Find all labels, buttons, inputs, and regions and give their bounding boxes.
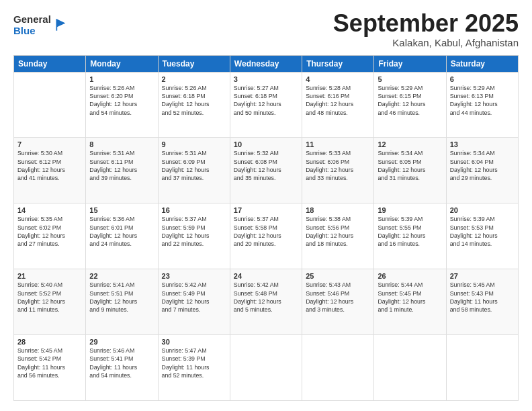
date-number: 28 [17, 338, 82, 346]
date-number: 15 [89, 206, 154, 214]
date-number: 10 [234, 140, 298, 148]
calendar-cell: 19Sunrise: 5:39 AM Sunset: 5:55 PM Dayli… [374, 203, 446, 269]
calendar-cell: 30Sunrise: 5:47 AM Sunset: 5:39 PM Dayli… [158, 335, 230, 401]
calendar-cell [230, 335, 302, 401]
date-number: 18 [306, 206, 370, 214]
week-row-1: 1Sunrise: 5:26 AM Sunset: 6:20 PM Daylig… [14, 72, 519, 138]
calendar-cell [446, 335, 518, 401]
date-number: 22 [89, 272, 154, 280]
calendar-cell: 4Sunrise: 5:28 AM Sunset: 6:16 PM Daylig… [302, 72, 374, 138]
calendar-cell: 6Sunrise: 5:29 AM Sunset: 6:13 PM Daylig… [446, 72, 518, 138]
date-number: 7 [17, 140, 82, 148]
cell-info: Sunrise: 5:31 AM Sunset: 6:11 PM Dayligh… [89, 149, 154, 182]
week-row-3: 14Sunrise: 5:35 AM Sunset: 6:02 PM Dayli… [14, 203, 519, 269]
title-block: September 2025 Kalakan, Kabul, Afghanist… [333, 10, 519, 48]
date-number: 6 [450, 75, 515, 83]
date-number: 5 [378, 75, 442, 83]
date-number: 20 [450, 206, 515, 214]
date-number: 3 [234, 75, 298, 83]
cell-info: Sunrise: 5:36 AM Sunset: 6:01 PM Dayligh… [89, 215, 154, 248]
cell-info: Sunrise: 5:31 AM Sunset: 6:09 PM Dayligh… [162, 149, 226, 182]
date-number: 13 [450, 140, 515, 148]
logo-line1: General [13, 13, 51, 25]
date-number: 27 [450, 272, 515, 280]
calendar-cell [374, 335, 446, 401]
date-number: 1 [89, 75, 154, 83]
calendar-cell: 3Sunrise: 5:27 AM Sunset: 6:18 PM Daylig… [230, 72, 302, 138]
cell-info: Sunrise: 5:46 AM Sunset: 5:41 PM Dayligh… [89, 347, 154, 379]
date-number: 9 [162, 140, 226, 148]
cell-info: Sunrise: 5:42 AM Sunset: 5:48 PM Dayligh… [234, 281, 298, 314]
cell-info: Sunrise: 5:26 AM Sunset: 6:18 PM Dayligh… [162, 84, 226, 117]
calendar-cell [14, 72, 86, 138]
date-number: 16 [162, 206, 226, 214]
calendar-cell: 27Sunrise: 5:45 AM Sunset: 5:43 PM Dayli… [446, 269, 518, 335]
date-number: 11 [306, 140, 370, 148]
date-number: 17 [234, 206, 298, 214]
cell-info: Sunrise: 5:45 AM Sunset: 5:42 PM Dayligh… [17, 347, 82, 379]
calendar-cell: 21Sunrise: 5:40 AM Sunset: 5:52 PM Dayli… [14, 269, 86, 335]
date-number: 8 [89, 140, 154, 148]
logo: General Blue [13, 13, 71, 37]
calendar-cell: 22Sunrise: 5:41 AM Sunset: 5:51 PM Dayli… [86, 269, 158, 335]
cell-info: Sunrise: 5:39 AM Sunset: 5:55 PM Dayligh… [378, 215, 442, 248]
cell-info: Sunrise: 5:26 AM Sunset: 6:20 PM Dayligh… [89, 84, 154, 117]
date-number: 21 [17, 272, 82, 280]
cell-info: Sunrise: 5:32 AM Sunset: 6:08 PM Dayligh… [234, 149, 298, 182]
calendar-cell: 15Sunrise: 5:36 AM Sunset: 6:01 PM Dayli… [86, 203, 158, 269]
day-header-sunday: Sunday [14, 55, 86, 72]
day-header-wednesday: Wednesday [230, 55, 302, 72]
location-subtitle: Kalakan, Kabul, Afghanistan [333, 37, 519, 48]
date-number: 30 [162, 338, 226, 346]
date-number: 4 [306, 75, 370, 83]
calendar-cell: 14Sunrise: 5:35 AM Sunset: 6:02 PM Dayli… [14, 203, 86, 269]
week-row-4: 21Sunrise: 5:40 AM Sunset: 5:52 PM Dayli… [14, 269, 519, 335]
cell-info: Sunrise: 5:40 AM Sunset: 5:52 PM Dayligh… [17, 281, 82, 314]
calendar-cell: 18Sunrise: 5:38 AM Sunset: 5:56 PM Dayli… [302, 203, 374, 269]
date-number: 12 [378, 140, 442, 148]
calendar-cell: 17Sunrise: 5:37 AM Sunset: 5:58 PM Dayli… [230, 203, 302, 269]
date-number: 23 [162, 272, 226, 280]
cell-info: Sunrise: 5:41 AM Sunset: 5:51 PM Dayligh… [89, 281, 154, 314]
week-row-5: 28Sunrise: 5:45 AM Sunset: 5:42 PM Dayli… [14, 335, 519, 401]
calendar-cell: 12Sunrise: 5:34 AM Sunset: 6:05 PM Dayli… [374, 138, 446, 203]
cell-info: Sunrise: 5:39 AM Sunset: 5:53 PM Dayligh… [450, 215, 515, 248]
calendar-cell [302, 335, 374, 401]
date-number: 14 [17, 206, 82, 214]
calendar-cell: 2Sunrise: 5:26 AM Sunset: 6:18 PM Daylig… [158, 72, 230, 138]
cell-info: Sunrise: 5:34 AM Sunset: 6:05 PM Dayligh… [378, 149, 442, 182]
day-header-thursday: Thursday [302, 55, 374, 72]
cell-info: Sunrise: 5:29 AM Sunset: 6:13 PM Dayligh… [450, 84, 515, 117]
calendar-cell: 25Sunrise: 5:43 AM Sunset: 5:46 PM Dayli… [302, 269, 374, 335]
calendar-cell: 11Sunrise: 5:33 AM Sunset: 6:06 PM Dayli… [302, 138, 374, 203]
cell-info: Sunrise: 5:45 AM Sunset: 5:43 PM Dayligh… [450, 281, 515, 314]
calendar-cell: 16Sunrise: 5:37 AM Sunset: 5:59 PM Dayli… [158, 203, 230, 269]
calendar-cell: 13Sunrise: 5:34 AM Sunset: 6:04 PM Dayli… [446, 138, 518, 203]
date-number: 19 [378, 206, 442, 214]
cell-info: Sunrise: 5:30 AM Sunset: 6:12 PM Dayligh… [17, 149, 82, 182]
cell-info: Sunrise: 5:27 AM Sunset: 6:18 PM Dayligh… [234, 84, 298, 117]
calendar-cell: 7Sunrise: 5:30 AM Sunset: 6:12 PM Daylig… [14, 138, 86, 203]
date-number: 25 [306, 272, 370, 280]
calendar-cell: 20Sunrise: 5:39 AM Sunset: 5:53 PM Dayli… [446, 203, 518, 269]
day-header-friday: Friday [374, 55, 446, 72]
cell-info: Sunrise: 5:29 AM Sunset: 6:15 PM Dayligh… [378, 84, 442, 117]
calendar-cell: 1Sunrise: 5:26 AM Sunset: 6:20 PM Daylig… [86, 72, 158, 138]
calendar-cell: 9Sunrise: 5:31 AM Sunset: 6:09 PM Daylig… [158, 138, 230, 203]
calendar-cell: 8Sunrise: 5:31 AM Sunset: 6:11 PM Daylig… [86, 138, 158, 203]
logo-line2: Blue [13, 25, 51, 36]
calendar-cell: 23Sunrise: 5:42 AM Sunset: 5:49 PM Dayli… [158, 269, 230, 335]
calendar-cell: 26Sunrise: 5:44 AM Sunset: 5:45 PM Dayli… [374, 269, 446, 335]
day-header-saturday: Saturday [446, 55, 518, 72]
date-number: 29 [89, 338, 154, 346]
date-number: 24 [234, 272, 298, 280]
cell-info: Sunrise: 5:37 AM Sunset: 5:58 PM Dayligh… [234, 215, 298, 248]
cell-info: Sunrise: 5:34 AM Sunset: 6:04 PM Dayligh… [450, 149, 515, 182]
cell-info: Sunrise: 5:35 AM Sunset: 6:02 PM Dayligh… [17, 215, 82, 248]
day-header-monday: Monday [86, 55, 158, 72]
header: General Blue September 2025 Kalakan, Kab… [13, 10, 519, 48]
date-number: 26 [378, 272, 442, 280]
calendar-cell: 10Sunrise: 5:32 AM Sunset: 6:08 PM Dayli… [230, 138, 302, 203]
month-title: September 2025 [333, 10, 519, 37]
calendar-table: SundayMondayTuesdayWednesdayThursdayFrid… [13, 55, 519, 401]
